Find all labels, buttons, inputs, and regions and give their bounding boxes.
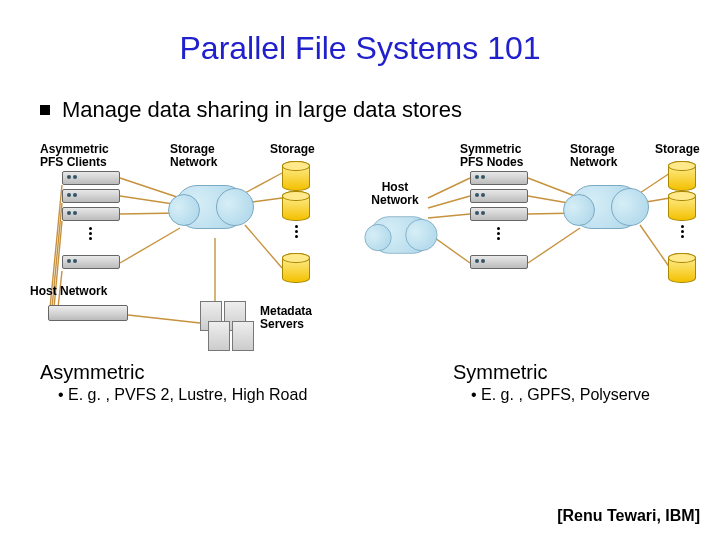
asym-metadata-label: Metadata Servers bbox=[260, 305, 312, 331]
asym-caption: Asymmetric bbox=[40, 361, 307, 384]
metadata-server-icon bbox=[208, 321, 230, 351]
asym-storage-net-label: Storage Network bbox=[170, 143, 217, 169]
sym-caption: Symmetric bbox=[453, 361, 650, 384]
asym-clients-label: Asymmetric PFS Clients bbox=[40, 143, 109, 169]
vdots-icon bbox=[494, 227, 502, 240]
cloud-icon bbox=[370, 216, 431, 253]
main-bullet-text: Manage data sharing in large data stores bbox=[62, 97, 462, 123]
cloud-icon bbox=[175, 185, 247, 229]
storage-cylinder-icon bbox=[668, 191, 696, 221]
sym-examples: E. g. , GPFS, Polyserve bbox=[471, 386, 650, 404]
asym-caption-group: Asymmetric E. g. , PVFS 2, Lustre, High … bbox=[40, 361, 307, 404]
captions-row: Asymmetric E. g. , PVFS 2, Lustre, High … bbox=[40, 361, 680, 404]
svg-line-14 bbox=[428, 196, 470, 208]
svg-line-23 bbox=[640, 225, 670, 268]
network-switch-icon bbox=[48, 305, 128, 321]
svg-line-11 bbox=[128, 315, 200, 323]
sym-node-server bbox=[470, 255, 528, 269]
vdots-icon bbox=[86, 227, 94, 240]
main-bullet: Manage data sharing in large data stores bbox=[40, 97, 720, 123]
asym-client-server bbox=[62, 171, 120, 185]
svg-line-20 bbox=[528, 228, 580, 263]
credit-line: [Renu Tewari, IBM] bbox=[557, 507, 700, 525]
cloud-icon bbox=[570, 185, 642, 229]
sym-host-net-label: Host Network bbox=[365, 181, 425, 207]
asym-client-server bbox=[62, 255, 120, 269]
metadata-server-icon bbox=[232, 321, 254, 351]
asym-storage-label: Storage bbox=[270, 143, 315, 156]
storage-cylinder-icon bbox=[282, 191, 310, 221]
storage-cylinder-icon bbox=[668, 253, 696, 283]
vdots-icon bbox=[678, 225, 686, 238]
asymmetric-diagram: Asymmetric PFS Clients Storage Network S… bbox=[30, 143, 350, 353]
storage-cylinder-icon bbox=[282, 253, 310, 283]
svg-line-15 bbox=[428, 214, 470, 218]
svg-line-13 bbox=[428, 178, 470, 198]
svg-line-3 bbox=[120, 228, 180, 263]
symmetric-diagram: Host Network Symmetric PFS Nodes Storage… bbox=[370, 143, 690, 353]
sym-clients-label: Symmetric PFS Nodes bbox=[460, 143, 523, 169]
asym-client-server bbox=[62, 189, 120, 203]
vdots-icon bbox=[292, 225, 300, 238]
sym-storage-net-label: Storage Network bbox=[570, 143, 617, 169]
storage-cylinder-icon bbox=[282, 161, 310, 191]
slide-title: Parallel File Systems 101 bbox=[0, 30, 720, 67]
sym-caption-group: Symmetric E. g. , GPFS, Polyserve bbox=[453, 361, 650, 404]
sym-node-server bbox=[470, 189, 528, 203]
sym-storage-label: Storage bbox=[655, 143, 700, 156]
asym-client-server bbox=[62, 207, 120, 221]
svg-line-6 bbox=[245, 225, 282, 268]
sym-node-server bbox=[470, 171, 528, 185]
bullet-square-icon bbox=[40, 105, 50, 115]
svg-line-4 bbox=[245, 173, 282, 193]
asym-host-net-label: Host Network bbox=[30, 285, 107, 298]
storage-cylinder-icon bbox=[668, 161, 696, 191]
svg-line-0 bbox=[120, 178, 180, 198]
svg-line-21 bbox=[640, 173, 670, 193]
sym-node-server bbox=[470, 207, 528, 221]
diagram-row: Asymmetric PFS Clients Storage Network S… bbox=[30, 143, 690, 353]
asym-examples: E. g. , PVFS 2, Lustre, High Road bbox=[58, 386, 307, 404]
